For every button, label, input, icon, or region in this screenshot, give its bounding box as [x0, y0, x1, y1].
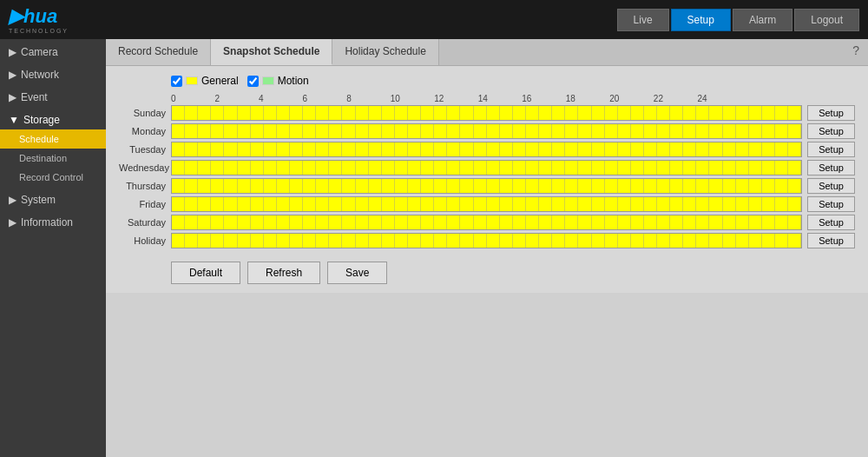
time-bar-tuesday[interactable] — [171, 142, 802, 157]
grid-cell — [500, 142, 513, 156]
grid-cell — [408, 197, 421, 211]
setup-btn-monday[interactable]: Setup — [807, 123, 855, 139]
time-label-8: 8 — [346, 94, 391, 103]
grid-cell — [369, 142, 382, 156]
grid-cell — [421, 161, 434, 175]
nav-btn-logout[interactable]: Logout — [794, 9, 859, 31]
schedule-row-wednesday: WednesdaySetup — [119, 160, 855, 176]
setup-btn-sunday[interactable]: Setup — [807, 105, 855, 121]
grid-cell — [618, 179, 631, 193]
grid-cell — [211, 179, 224, 193]
time-bar-friday[interactable] — [171, 196, 802, 212]
grid-cell — [369, 197, 382, 211]
sidebar-label-storage: Storage — [23, 114, 60, 126]
motion-checkbox[interactable] — [247, 76, 259, 87]
grid-cell — [434, 142, 447, 156]
grid-cell — [592, 179, 605, 193]
grid-cell — [251, 234, 264, 248]
sidebar-item-camera[interactable]: ▶ Camera — [0, 39, 106, 62]
nav-btn-live[interactable]: Live — [617, 9, 669, 31]
nav-btn-setup[interactable]: Setup — [671, 9, 731, 31]
grid-cell — [434, 106, 447, 120]
grid-cell — [460, 142, 473, 156]
grid-cell — [762, 179, 775, 193]
grid-cell — [696, 234, 709, 248]
grid-cell — [670, 124, 683, 138]
grid-cell — [251, 161, 264, 175]
time-bar-wednesday[interactable] — [171, 160, 802, 176]
setup-btn-saturday[interactable]: Setup — [807, 215, 855, 230]
sidebar-item-system[interactable]: ▶ System — [0, 187, 106, 209]
grid-cell — [709, 179, 722, 193]
time-bar-thursday[interactable] — [171, 178, 802, 194]
grid-cell — [211, 124, 224, 138]
time-bar-monday[interactable] — [171, 123, 802, 139]
grid-cell — [618, 234, 631, 248]
setup-btn-thursday[interactable]: Setup — [807, 178, 855, 194]
grid-cell — [683, 106, 696, 120]
sidebar-item-storage[interactable]: ▼ Storage — [0, 107, 106, 129]
general-checkbox[interactable] — [171, 76, 182, 87]
grid-cell — [657, 161, 670, 175]
grid-cell — [487, 106, 500, 120]
grid-cell — [670, 106, 683, 120]
sidebar-sub-destination[interactable]: Destination — [0, 149, 106, 168]
grid-cell — [775, 142, 788, 156]
sidebar-sub-schedule[interactable]: Schedule — [0, 129, 106, 149]
grid-cell — [474, 215, 487, 229]
sidebar-sub-record-control[interactable]: Record Control — [0, 168, 106, 187]
grid-cell — [264, 234, 277, 248]
grid-cell — [605, 179, 618, 193]
save-button[interactable]: Save — [327, 262, 387, 284]
grid-cell — [290, 197, 303, 211]
grid-cell — [775, 179, 788, 193]
grid-cell — [736, 106, 749, 120]
sidebar-item-network[interactable]: ▶ Network — [0, 62, 106, 84]
grid-cell — [631, 179, 644, 193]
grid-cell — [513, 197, 526, 211]
grid-cell — [736, 215, 749, 229]
tab-snapshot-schedule[interactable]: Snapshot Schedule — [211, 39, 332, 65]
grid-cell — [578, 197, 591, 211]
grid-cell — [618, 215, 631, 229]
grid-cell — [487, 161, 500, 175]
grid-cell — [382, 161, 395, 175]
tab-record-schedule[interactable]: Record Schedule — [106, 39, 211, 65]
time-bar-holiday[interactable] — [171, 233, 802, 248]
setup-btn-friday[interactable]: Setup — [807, 196, 855, 212]
grid-cell — [251, 215, 264, 229]
grid-cell — [316, 124, 329, 138]
grid-cell — [762, 197, 775, 211]
time-bar-sunday[interactable] — [171, 105, 802, 121]
setup-btn-tuesday[interactable]: Setup — [807, 142, 855, 157]
grid-cell — [356, 197, 369, 211]
grid-cell — [605, 234, 618, 248]
sidebar-item-information[interactable]: ▶ Information — [0, 209, 106, 232]
grid-cell — [788, 106, 801, 120]
grid-cell — [342, 124, 355, 138]
time-label-24: 24 — [697, 94, 741, 103]
nav-btn-alarm[interactable]: Alarm — [733, 9, 792, 31]
grid-cell — [487, 234, 500, 248]
grid-cell — [775, 215, 788, 229]
tab-holiday-schedule[interactable]: Holiday Schedule — [332, 39, 438, 65]
default-button[interactable]: Default — [171, 262, 240, 284]
grid-cell — [539, 215, 552, 229]
grid-cell — [421, 179, 434, 193]
grid-cell — [238, 179, 251, 193]
grid-cell — [605, 142, 618, 156]
grid-cell — [395, 234, 408, 248]
setup-btn-holiday[interactable]: Setup — [807, 233, 855, 248]
day-label-wednesday: Wednesday — [119, 162, 171, 173]
grid-cell — [578, 124, 591, 138]
time-bar-saturday[interactable] — [171, 215, 802, 230]
grid-cell — [749, 106, 762, 120]
refresh-button[interactable]: Refresh — [247, 262, 320, 284]
sidebar-item-event[interactable]: ▶ Event — [0, 84, 106, 107]
grid-cell — [356, 179, 369, 193]
grid-cell — [696, 106, 709, 120]
grid-cell — [172, 106, 185, 120]
setup-btn-wednesday[interactable]: Setup — [807, 160, 855, 176]
grid-cell — [185, 106, 198, 120]
help-icon[interactable]: ? — [844, 39, 868, 65]
